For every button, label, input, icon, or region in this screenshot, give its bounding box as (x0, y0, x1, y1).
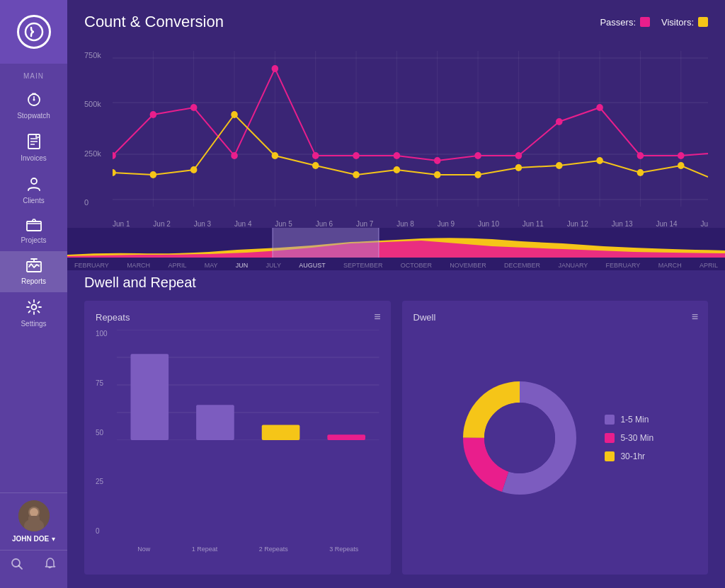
sidebar-item-clients[interactable]: Clients (0, 169, 67, 212)
sidebar-item-stopwatch-label: Stopwatch (17, 112, 50, 120)
range-label-oct: OCTOBER (401, 262, 432, 269)
visitors-color-dot (698, 17, 708, 27)
dwell-repeat-title: Dwell and Repeat (84, 275, 708, 291)
x-label-jun13: Jun 13 (612, 220, 633, 228)
bar-x-1repeat: 1 Repeat (192, 546, 218, 553)
range-label-feb: FEBRUARY (74, 262, 109, 269)
range-label-aug: AUGUST (299, 262, 326, 269)
visitors-label: Visitors: (661, 17, 694, 28)
range-label-may: MAY (205, 262, 218, 269)
page-title: Count & Conversion (84, 13, 224, 31)
logo-icon (17, 15, 51, 49)
sidebar-item-invoices-label: Invoices (21, 154, 47, 162)
bell-icon[interactable] (44, 558, 57, 574)
range-label-apr: APRIL (168, 262, 186, 269)
user-dropdown-icon[interactable]: ▾ (52, 535, 55, 543)
reports-icon (26, 258, 42, 275)
range-label-jul: JULY (266, 262, 281, 269)
x-label-jun7: Jun 7 (356, 220, 373, 228)
svg-point-64 (434, 171, 441, 178)
avatar (18, 500, 50, 531)
bar-y-50: 50 (96, 429, 115, 437)
sidebar-item-stopwatch[interactable]: Stopwatch (0, 84, 67, 127)
svg-point-43 (190, 104, 198, 111)
user-section: JOHN DOE ▾ (0, 492, 67, 550)
sidebar-bottom: JOHN DOE ▾ (0, 492, 67, 588)
svg-rect-20 (28, 516, 40, 526)
bar-y-75: 75 (96, 379, 115, 387)
svg-rect-71 (273, 228, 379, 258)
range-label-nov: NOVEMBER (450, 262, 486, 269)
legend-area: Passers: Visitors: (600, 17, 708, 28)
range-label-apr2: APRIL (700, 262, 718, 269)
passers-label: Passers: (600, 17, 636, 28)
x-label-jun4: Jun 4 (234, 220, 251, 228)
x-label-jun10: Jun 10 (478, 220, 499, 228)
sidebar-item-invoices[interactable]: Invoices (0, 127, 67, 169)
repeats-title: Repeats (96, 312, 379, 323)
dwell-repeat-section: Dwell and Repeat Repeats ≡ 100 75 50 25 … (67, 263, 725, 588)
svg-point-56 (113, 169, 116, 176)
legend-5-30min-label: 5-30 Min (620, 433, 653, 443)
x-label-jun3: Jun 3 (194, 220, 211, 228)
x-label-jun9: Jun 9 (438, 220, 455, 228)
repeats-menu-icon[interactable]: ≡ (374, 311, 380, 323)
legend-30-1hr-color (605, 451, 615, 461)
svg-point-66 (515, 164, 523, 171)
sidebar-item-settings[interactable]: Settings (0, 292, 67, 335)
legend-30-1hr: 30-1hr (605, 451, 653, 461)
svg-line-22 (18, 566, 22, 570)
x-label-jun6: Jun 6 (316, 220, 333, 228)
range-label-sep: SEPTEMBER (343, 262, 383, 269)
svg-point-63 (394, 166, 401, 173)
svg-point-10 (31, 178, 37, 184)
svg-point-52 (556, 118, 563, 125)
range-month-labels: FEBRUARY MARCH APRIL MAY JUN JULY AUGUST… (67, 262, 725, 269)
x-label-jun5: Jun 5 (275, 220, 292, 228)
range-label-dec: DECEMBER (504, 262, 540, 269)
clients-icon (26, 176, 42, 194)
sidebar-item-reports-label: Reports (21, 277, 46, 285)
x-label-jun1: Jun 1 (113, 220, 130, 228)
cards-row: Repeats ≡ 100 75 50 25 0 (84, 301, 708, 575)
line-chart-container: 750k 500k 250k 0 (67, 44, 725, 263)
svg-rect-11 (27, 221, 41, 231)
bar-x-now: Now (137, 546, 150, 553)
bar-x-2repeats: 2 Repeats (259, 546, 288, 553)
sidebar-item-projects-label: Projects (21, 236, 46, 244)
bars-svg (117, 330, 379, 440)
sidebar-item-reports[interactable]: Reports (0, 251, 67, 292)
bar-x-labels: Now 1 Repeat 2 Repeats 3 Repeats (117, 546, 379, 553)
svg-rect-81 (262, 425, 300, 440)
donut-chart (456, 374, 583, 502)
svg-point-51 (515, 152, 523, 159)
svg-point-65 (474, 171, 481, 178)
sidebar-item-projects[interactable]: Projects (0, 212, 67, 251)
x-label-jun2: Jun 2 (153, 220, 170, 228)
sidebar-item-clients-label: Clients (23, 197, 45, 204)
svg-rect-79 (131, 354, 169, 440)
svg-point-67 (556, 162, 563, 169)
projects-icon (26, 219, 42, 234)
x-label-jun11: Jun 11 (523, 220, 544, 228)
repeats-card: Repeats ≡ 100 75 50 25 0 (84, 301, 391, 575)
main-header: Count & Conversion Passers: Visitors: (67, 0, 725, 44)
visitors-legend: Visitors: (661, 17, 708, 28)
legend-1-5min-color (605, 415, 615, 425)
range-selector[interactable]: FEBRUARY MARCH APRIL MAY JUN JULY AUGUST… (67, 228, 725, 270)
svg-rect-80 (196, 405, 234, 440)
passers-legend: Passers: (600, 17, 650, 28)
y-label-250k: 250k (84, 149, 113, 158)
x-labels: Jun 1 Jun 2 Jun 3 Jun 4 Jun 5 Jun 6 Jun … (113, 220, 708, 228)
search-icon[interactable] (11, 558, 23, 574)
x-label-ju: Ju (700, 220, 708, 228)
x-label-jun14: Jun 14 (656, 220, 678, 228)
visitors-line (113, 115, 708, 177)
svg-point-60 (272, 152, 279, 159)
svg-point-68 (596, 157, 603, 164)
svg-point-62 (353, 171, 360, 178)
legend-1-5min-label: 1-5 Min (620, 415, 649, 425)
user-name-row: JOHN DOE ▾ (12, 535, 55, 543)
dwell-title: Dwell (413, 312, 436, 323)
dwell-menu-icon[interactable]: ≡ (692, 311, 698, 323)
